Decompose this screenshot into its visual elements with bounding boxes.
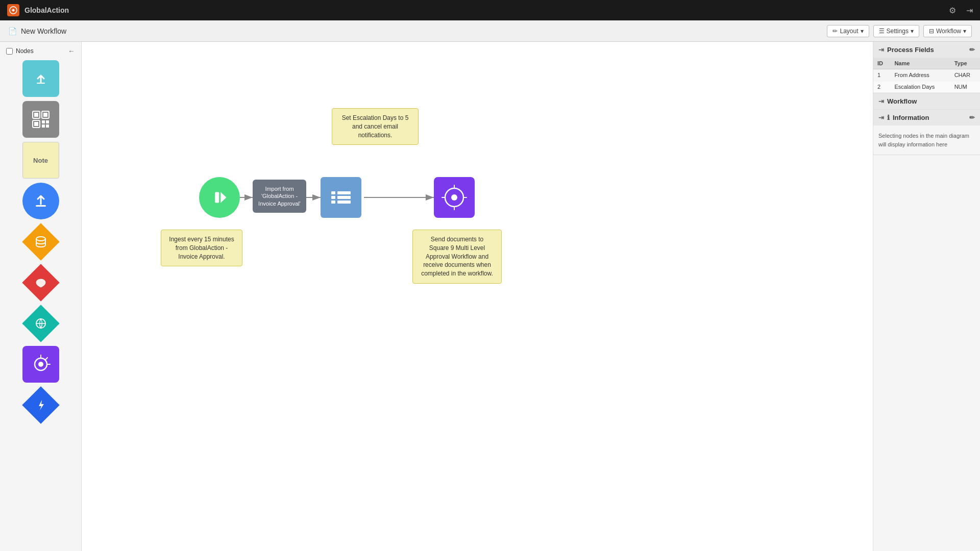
field-type-1: NUM bbox=[950, 81, 980, 93]
svg-rect-10 bbox=[46, 120, 49, 123]
svg-rect-2 bbox=[37, 83, 45, 84]
settings-icon[interactable]: ⚙ bbox=[949, 6, 956, 15]
svg-rect-9 bbox=[42, 120, 45, 123]
cycle-node[interactable] bbox=[22, 346, 59, 383]
import-node[interactable]: Import from 'GlobalAction - Invoice Appr… bbox=[253, 180, 306, 213]
svg-rect-25 bbox=[337, 191, 351, 194]
svg-rect-29 bbox=[337, 201, 351, 204]
db-node[interactable] bbox=[22, 223, 59, 260]
workflow-export-icon[interactable]: ⇥ bbox=[878, 97, 884, 105]
information-header: ⇥ ℹ Information ✏ bbox=[873, 110, 980, 126]
process-fields-export-icon[interactable]: ⇥ bbox=[878, 46, 884, 54]
fields-table: ID Name Type 1 From Address CHAR 2 Escal… bbox=[873, 58, 980, 93]
app-logo bbox=[7, 4, 19, 16]
settings-button[interactable]: ☰ Settings ▾ bbox=[873, 25, 919, 37]
list-node[interactable] bbox=[321, 177, 361, 218]
workflow-node[interactable] bbox=[434, 177, 475, 218]
col-type: Type bbox=[950, 58, 980, 69]
topbar: GlobalAction ⚙ ⇥ bbox=[0, 0, 980, 20]
canvas[interactable]: Set Escalation Days to 5 and cancel emai… bbox=[82, 42, 873, 551]
qr-node[interactable] bbox=[22, 101, 59, 138]
information-text: Selecting nodes in the main diagram will… bbox=[873, 126, 980, 155]
svg-point-31 bbox=[451, 194, 457, 201]
layout-chevron-icon: ▾ bbox=[861, 28, 864, 35]
logout-icon[interactable]: ⇥ bbox=[966, 6, 973, 15]
process-fields-edit-icon[interactable]: ✏ bbox=[969, 46, 975, 54]
workflow-list-icon: ⊟ bbox=[929, 28, 934, 35]
settings-chevron-icon: ▾ bbox=[911, 28, 914, 35]
workflow-chevron-icon: ▾ bbox=[963, 28, 966, 35]
field-name-1: Escalation Days bbox=[890, 81, 950, 93]
information-export-icon[interactable]: ⇥ bbox=[878, 114, 884, 121]
note-node-wrapper: Note bbox=[4, 142, 77, 179]
note-node[interactable]: Note bbox=[22, 142, 59, 179]
svg-rect-8 bbox=[34, 122, 38, 126]
bolt-node-wrapper bbox=[4, 387, 77, 423]
information-title: Information bbox=[893, 114, 929, 121]
field-id-1: 2 bbox=[873, 81, 890, 93]
col-id: ID bbox=[873, 58, 890, 69]
layout-icon: ✏ bbox=[832, 28, 838, 35]
ingest-node[interactable] bbox=[22, 60, 59, 97]
upload-node-wrapper bbox=[4, 183, 77, 219]
workflow-header: ⇥ Workflow bbox=[873, 93, 980, 109]
field-id-0: 1 bbox=[873, 69, 890, 81]
app-title: GlobalAction bbox=[24, 6, 69, 14]
svg-point-17 bbox=[38, 362, 43, 367]
error-node[interactable] bbox=[22, 264, 59, 301]
globe-node[interactable] bbox=[22, 305, 59, 342]
svg-rect-13 bbox=[36, 205, 46, 207]
bolt-node[interactable] bbox=[22, 387, 59, 423]
right-panel: ⇥ Process Fields ✏ ID Name Type 1 From A… bbox=[873, 42, 980, 551]
fields-row-0[interactable]: 1 From Address CHAR bbox=[873, 69, 980, 81]
svg-rect-28 bbox=[331, 201, 335, 204]
workflow-title: Workflow bbox=[887, 97, 917, 105]
settings-list-icon: ☰ bbox=[879, 28, 885, 35]
workflow-section: ⇥ Workflow bbox=[873, 93, 980, 110]
note-node-label: Note bbox=[33, 157, 48, 164]
process-fields-section: ⇥ Process Fields ✏ ID Name Type 1 From A… bbox=[873, 42, 980, 93]
send-note: Send documents to Square 9 Multi Level A… bbox=[412, 230, 502, 284]
field-type-0: CHAR bbox=[950, 69, 980, 81]
arrows-svg bbox=[82, 42, 873, 551]
nodes-checkbox[interactable] bbox=[6, 48, 13, 55]
svg-rect-11 bbox=[42, 124, 45, 128]
workflow-button[interactable]: ⊟ Workflow ▾ bbox=[923, 25, 972, 37]
upload-node[interactable] bbox=[22, 183, 59, 219]
toolbar: 📄 New Workflow ✏ Layout ▾ ☰ Settings ▾ ⊟… bbox=[0, 20, 980, 42]
svg-rect-6 bbox=[43, 113, 47, 117]
qr-node-wrapper bbox=[4, 101, 77, 138]
nodes-checkbox-label[interactable]: Nodes bbox=[6, 47, 34, 55]
svg-point-14 bbox=[36, 237, 45, 241]
sidebar-back-button[interactable]: ← bbox=[68, 47, 75, 55]
start-node[interactable] bbox=[199, 177, 240, 218]
svg-rect-12 bbox=[46, 124, 49, 128]
nodes-label: Nodes bbox=[16, 47, 34, 55]
sidebar: Nodes ← bbox=[0, 42, 82, 551]
cycle-node-wrapper bbox=[4, 346, 77, 383]
information-info-icon: ℹ bbox=[887, 114, 890, 121]
fields-row-1[interactable]: 2 Escalation Days NUM bbox=[873, 81, 980, 93]
process-fields-header: ⇥ Process Fields ✏ bbox=[873, 42, 980, 58]
information-edit-icon[interactable]: ✏ bbox=[969, 114, 975, 121]
information-section: ⇥ ℹ Information ✏ Selecting nodes in the… bbox=[873, 110, 980, 155]
document-icon: 📄 bbox=[8, 27, 17, 35]
field-name-0: From Address bbox=[890, 69, 950, 81]
layout-button[interactable]: ✏ Layout ▾ bbox=[827, 25, 869, 37]
fields-table-header-row: ID Name Type bbox=[873, 58, 980, 69]
globe-node-wrapper bbox=[4, 305, 77, 342]
svg-rect-27 bbox=[337, 196, 351, 199]
ingest-node-wrapper bbox=[4, 60, 77, 97]
db-node-wrapper bbox=[4, 223, 77, 260]
svg-rect-23 bbox=[215, 192, 219, 203]
process-fields-title: Process Fields bbox=[887, 46, 934, 54]
main-layout: Nodes ← bbox=[0, 42, 980, 551]
col-name: Name bbox=[890, 58, 950, 69]
ingest-note: Ingest every 15 minutes from GlobalActio… bbox=[161, 230, 242, 266]
svg-rect-4 bbox=[34, 113, 38, 117]
sidebar-header: Nodes ← bbox=[4, 46, 77, 56]
error-node-wrapper bbox=[4, 264, 77, 301]
workflow-title: New Workflow bbox=[21, 27, 66, 35]
svg-rect-24 bbox=[331, 191, 335, 194]
escalation-note: Set Escalation Days to 5 and cancel emai… bbox=[332, 108, 419, 145]
